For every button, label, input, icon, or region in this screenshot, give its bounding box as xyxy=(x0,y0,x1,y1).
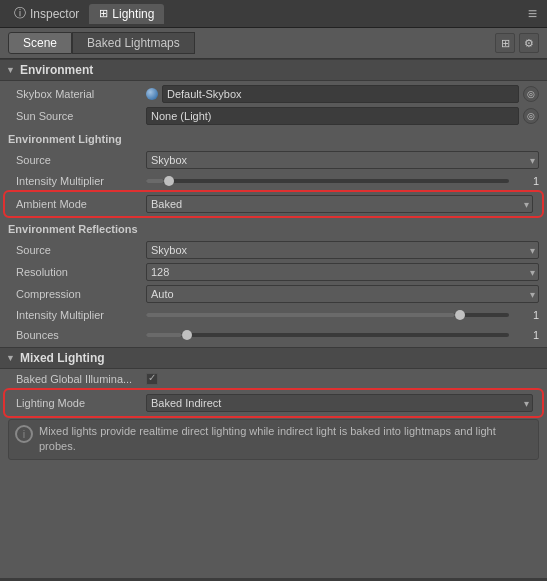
ambient-mode-wrapper: Baked xyxy=(146,195,533,213)
skybox-sphere-icon xyxy=(146,88,158,100)
env-refl-compression-row: Compression Auto xyxy=(0,283,547,305)
env-refl-bounces-track[interactable] xyxy=(146,333,509,337)
env-refl-source-row: Source Skybox xyxy=(0,239,547,261)
env-lighting-source-row: Source Skybox xyxy=(0,149,547,171)
skybox-value-wrapper: ◎ xyxy=(146,85,539,103)
lighting-mode-wrapper: Baked Indirect xyxy=(146,394,533,412)
skybox-input[interactable] xyxy=(162,85,519,103)
env-refl-source-label: Source xyxy=(16,244,146,256)
skybox-material-row: Skybox Material ◎ xyxy=(0,83,547,105)
environment-title: Environment xyxy=(20,63,93,77)
inspector-tab-label: Inspector xyxy=(30,7,79,21)
ambient-mode-row: Ambient Mode Baked xyxy=(6,193,541,215)
env-lighting-intensity-label: Intensity Multiplier xyxy=(16,175,146,187)
env-refl-intensity-value: 1 xyxy=(515,309,539,321)
sun-source-value-wrapper: ◎ xyxy=(146,107,539,125)
sun-source-pick-button[interactable]: ◎ xyxy=(523,108,539,124)
inspector-icon: ⓘ xyxy=(14,5,26,22)
section-mixed-lighting[interactable]: ▼ Mixed Lighting xyxy=(0,347,547,369)
main-content: ▼ Environment Skybox Material ◎ Sun Sour… xyxy=(0,59,547,578)
env-refl-resolution-wrapper: 128 xyxy=(146,263,539,281)
mixed-lighting-fields: Baked Global Illumina... Lighting Mode B… xyxy=(0,369,547,460)
env-refl-source-select[interactable]: Skybox xyxy=(146,241,539,259)
mixed-title: Mixed Lighting xyxy=(20,351,105,365)
section-environment[interactable]: ▼ Environment xyxy=(0,59,547,81)
env-refl-bounces-label: Bounces xyxy=(16,329,146,341)
tab-scene[interactable]: Scene xyxy=(8,32,72,54)
env-refl-compression-select[interactable]: Auto xyxy=(146,285,539,303)
sun-source-label: Sun Source xyxy=(16,110,146,122)
env-refl-source-wrapper: Skybox xyxy=(146,241,539,259)
sub-tabs-bar: Scene Baked Lightmaps ⊞ ⚙ xyxy=(0,28,547,59)
env-lighting-intensity-fill xyxy=(146,179,164,183)
ambient-mode-label: Ambient Mode xyxy=(16,198,146,210)
env-refl-intensity-thumb[interactable] xyxy=(455,310,465,320)
env-refl-intensity-fill xyxy=(146,313,455,317)
ambient-mode-select[interactable]: Baked xyxy=(146,195,533,213)
env-refl-bounces-row: Bounces 1 xyxy=(0,325,547,345)
env-lighting-source-wrapper: Skybox xyxy=(146,151,539,169)
env-refl-compression-wrapper: Auto xyxy=(146,285,539,303)
env-refl-intensity-track[interactable] xyxy=(146,313,509,317)
env-lighting-source-select[interactable]: Skybox xyxy=(146,151,539,169)
env-refl-bounces-value: 1 xyxy=(515,329,539,341)
sun-source-row: Sun Source ◎ xyxy=(0,105,547,127)
header-menu-button[interactable]: ≡ xyxy=(522,5,543,23)
header-bar: ⓘ Inspector ⊞ Lighting ≡ xyxy=(0,0,547,28)
baked-gi-checkbox[interactable] xyxy=(146,373,158,385)
env-lighting-fields: Source Skybox Intensity Multiplier 1 Amb… xyxy=(0,147,547,219)
tab-lighting[interactable]: ⊞ Lighting xyxy=(89,4,164,24)
env-refl-resolution-label: Resolution xyxy=(16,266,146,278)
env-refl-resolution-row: Resolution 128 xyxy=(0,261,547,283)
settings-icon-button[interactable]: ⚙ xyxy=(519,33,539,53)
mixed-triangle-icon: ▼ xyxy=(6,353,15,363)
tab-baked-lightmaps[interactable]: Baked Lightmaps xyxy=(72,32,195,54)
info-box: i Mixed lights provide realtime direct l… xyxy=(8,419,539,460)
lighting-mode-select[interactable]: Baked Indirect xyxy=(146,394,533,412)
lighting-icon: ⊞ xyxy=(99,7,108,20)
environment-triangle-icon: ▼ xyxy=(6,65,15,75)
skybox-label: Skybox Material xyxy=(16,88,146,100)
baked-gi-label: Baked Global Illumina... xyxy=(16,373,146,385)
baked-gi-check-wrapper xyxy=(146,373,539,385)
env-refl-bounces-fill xyxy=(146,333,182,337)
env-refl-intensity-row: Intensity Multiplier 1 xyxy=(0,305,547,325)
env-lighting-intensity-thumb[interactable] xyxy=(164,176,174,186)
sub-tabs-icons: ⊞ ⚙ xyxy=(495,33,539,53)
env-refl-bounces-thumb[interactable] xyxy=(182,330,192,340)
env-refl-compression-label: Compression xyxy=(16,288,146,300)
environment-fields: Skybox Material ◎ Sun Source ◎ xyxy=(0,81,547,129)
skybox-pick-button[interactable]: ◎ xyxy=(523,86,539,102)
env-refl-intensity-label: Intensity Multiplier xyxy=(16,309,146,321)
lighting-mode-row: Lighting Mode Baked Indirect xyxy=(6,391,541,415)
layers-icon-button[interactable]: ⊞ xyxy=(495,33,515,53)
env-lighting-source-label: Source xyxy=(16,154,146,166)
env-lighting-label: Environment Lighting xyxy=(0,129,547,147)
baked-gi-row: Baked Global Illumina... xyxy=(0,369,547,389)
env-reflections-fields: Source Skybox Resolution 128 Compression… xyxy=(0,237,547,347)
env-lighting-intensity-track[interactable] xyxy=(146,179,509,183)
env-reflections-label: Environment Reflections xyxy=(0,219,547,237)
sun-source-input[interactable] xyxy=(146,107,519,125)
lighting-mode-label: Lighting Mode xyxy=(16,397,146,409)
info-text: Mixed lights provide realtime direct lig… xyxy=(39,424,532,455)
env-lighting-intensity-row: Intensity Multiplier 1 xyxy=(0,171,547,191)
env-lighting-intensity-value: 1 xyxy=(515,175,539,187)
env-refl-resolution-select[interactable]: 128 xyxy=(146,263,539,281)
lighting-tab-label: Lighting xyxy=(112,7,154,21)
info-icon: i xyxy=(15,425,33,443)
tab-inspector[interactable]: ⓘ Inspector xyxy=(4,2,89,25)
